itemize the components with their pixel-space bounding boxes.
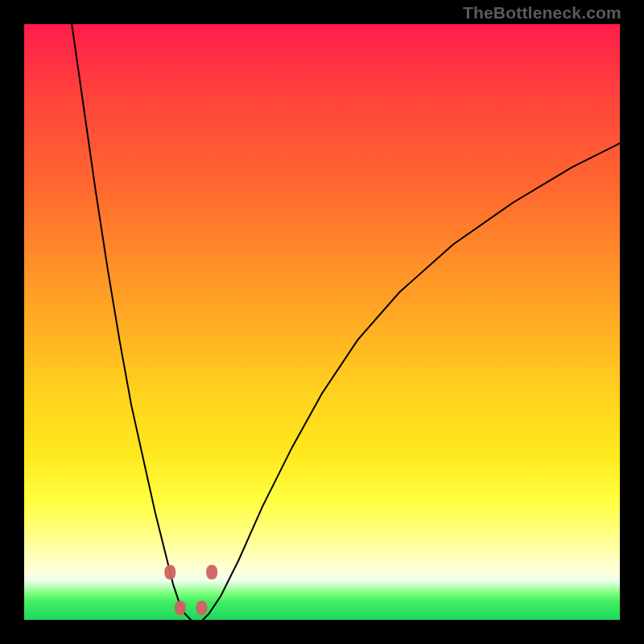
chart-frame: TheBottleneck.com [0, 0, 644, 644]
attribution-label: TheBottleneck.com [463, 3, 621, 23]
curve-marker [206, 565, 217, 580]
curve-left-branch [72, 24, 191, 620]
curve-marker [196, 601, 208, 615]
curve-marker [175, 601, 186, 615]
marker-group [164, 565, 217, 615]
plot-area [24, 24, 620, 620]
curve-right-branch [203, 143, 620, 620]
curve-layer [24, 24, 620, 620]
curve-marker [164, 565, 175, 580]
